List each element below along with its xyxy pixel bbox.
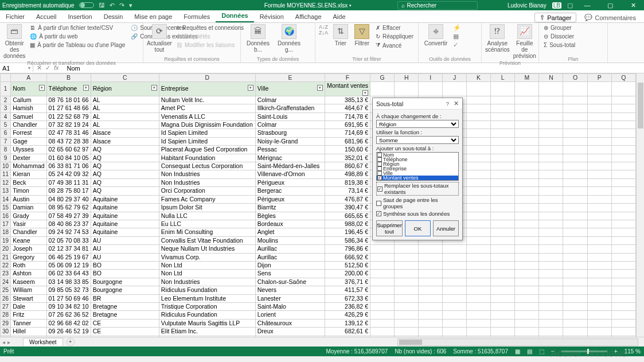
ungroup-button[interactable]: ⊖Dissocier bbox=[542, 33, 576, 40]
column-header[interactable]: M bbox=[515, 74, 539, 82]
cell[interactable]: Dale bbox=[11, 302, 46, 310]
cell[interactable]: 01 27 61 48 66 bbox=[46, 104, 91, 112]
forecast-sheet-button[interactable]: 📈Feuille de prévision bbox=[513, 24, 536, 59]
table-header-cell[interactable]: Entreprise▾ bbox=[159, 82, 255, 96]
ok-button[interactable]: OK bbox=[405, 220, 431, 236]
cell[interactable]: Aquitaine bbox=[91, 220, 159, 228]
cell[interactable]: 464,67 € bbox=[325, 104, 370, 112]
stock-type-button[interactable]: 🏛Données b... bbox=[244, 24, 272, 53]
row-header[interactable]: 13 bbox=[1, 187, 11, 195]
summary-below-checkbox[interactable]: ✓Synthèse sous les données bbox=[376, 211, 459, 217]
cell[interactable]: Venenatis A LLC bbox=[159, 112, 255, 120]
row-header[interactable]: 8 bbox=[1, 146, 11, 154]
cell[interactable]: 860,67 € bbox=[325, 162, 370, 170]
cell[interactable]: 05 24 42 09 32 bbox=[46, 170, 91, 178]
cell[interactable]: Vulputate Mauris Sagittis LLP bbox=[159, 319, 255, 327]
cell[interactable]: 390,47 € bbox=[325, 204, 370, 212]
cell[interactable]: AU bbox=[91, 253, 159, 261]
cell[interactable]: 376,71 € bbox=[325, 278, 370, 286]
column-header[interactable]: I bbox=[419, 74, 443, 82]
cell[interactable]: AQ bbox=[91, 162, 159, 170]
refresh-all-button[interactable]: ⟳Actualiser tout bbox=[147, 24, 172, 53]
row-header[interactable]: 26 bbox=[1, 294, 11, 302]
cell[interactable]: Grady bbox=[11, 212, 46, 220]
cell[interactable]: Leo Elementum Institute bbox=[159, 294, 255, 302]
remove-all-button[interactable]: Supprimer tout bbox=[376, 220, 403, 236]
filter-dropdown-icon[interactable]: ▾ bbox=[39, 85, 45, 91]
cell[interactable]: Aurillac bbox=[255, 245, 325, 253]
cell[interactable]: Habitant Foundation bbox=[159, 154, 255, 162]
column-header[interactable]: F bbox=[325, 74, 370, 82]
zoom-out-button[interactable]: − bbox=[551, 348, 555, 355]
cell[interactable]: 200,00 € bbox=[325, 270, 370, 278]
cell[interactable]: Colmar bbox=[255, 121, 325, 129]
cell[interactable]: AL bbox=[91, 96, 159, 104]
cell[interactable]: Moulins bbox=[255, 236, 325, 244]
tab-revision[interactable]: Révision bbox=[254, 11, 290, 22]
text-to-columns-button[interactable]: ⎆Convertir bbox=[422, 24, 450, 46]
cell[interactable]: Hamish bbox=[11, 104, 46, 112]
table-header-cell[interactable]: Montant ventes▾ bbox=[325, 82, 370, 96]
row-header[interactable]: 12 bbox=[1, 178, 11, 186]
row-header[interactable]: 7 bbox=[1, 137, 11, 145]
cell[interactable]: Strasbourg bbox=[255, 129, 325, 137]
cell[interactable]: AU bbox=[91, 236, 159, 244]
view-break-icon[interactable]: ⬚ bbox=[539, 348, 544, 355]
cell[interactable]: Non Industries bbox=[159, 170, 255, 178]
close-icon[interactable]: ✕ bbox=[454, 100, 459, 107]
cell[interactable]: 06 46 25 19 67 bbox=[46, 253, 91, 261]
cell[interactable]: Châteauroux bbox=[255, 319, 325, 327]
view-normal-icon[interactable]: ▦ bbox=[515, 348, 520, 355]
cell[interactable]: 352,01 € bbox=[325, 154, 370, 162]
cell[interactable]: AQ bbox=[91, 146, 159, 154]
at-each-change-select[interactable]: Région bbox=[376, 120, 459, 128]
cell[interactable]: Placerat Augue Sed Corporation bbox=[159, 146, 255, 154]
cell[interactable]: Ashton bbox=[11, 270, 46, 278]
cell[interactable]: 07 32 82 19 24 bbox=[46, 121, 91, 129]
cell[interactable]: Non Industries bbox=[159, 278, 255, 286]
cell[interactable]: Beck bbox=[11, 178, 46, 186]
cell[interactable]: 819,38 € bbox=[325, 178, 370, 186]
cell[interactable]: Consequat Lectus Corporation bbox=[159, 162, 255, 170]
close-window-button[interactable]: ✕ bbox=[625, 2, 642, 9]
cell[interactable]: 02 47 78 31 46 bbox=[46, 129, 91, 137]
cell[interactable]: Nulla LLC bbox=[159, 212, 255, 220]
cell[interactable]: 02 65 60 62 97 bbox=[46, 146, 91, 154]
cell[interactable]: Mohammad bbox=[11, 162, 46, 170]
cell[interactable]: Roth bbox=[11, 261, 46, 269]
cell[interactable]: Alsace bbox=[91, 137, 159, 145]
tab-insertion[interactable]: Insertion bbox=[62, 11, 97, 22]
cell[interactable]: 672,33 € bbox=[325, 294, 370, 302]
cell[interactable]: 714,69 € bbox=[325, 129, 370, 137]
cell[interactable]: 08 95 62 79 62 bbox=[46, 204, 91, 212]
cell[interactable]: Orci Corporation bbox=[159, 187, 255, 195]
cell[interactable]: Kaseem bbox=[11, 278, 46, 286]
row-header[interactable]: 14 bbox=[1, 195, 11, 203]
data-validation-icon[interactable]: ✓ bbox=[453, 41, 461, 49]
cell[interactable]: Elit Etiam Inc. bbox=[159, 328, 255, 336]
cell[interactable]: 236,82 € bbox=[325, 302, 370, 310]
cell[interactable]: Amet PC bbox=[159, 104, 255, 112]
cell[interactable]: Timon bbox=[11, 187, 46, 195]
autosave-toggle[interactable] bbox=[79, 2, 94, 8]
tab-fichier[interactable]: Fichier bbox=[0, 11, 30, 22]
grid[interactable]: ABCDEFGHIJKLMNOPQ1Nom▾Téléphone▾Région▾E… bbox=[0, 73, 636, 337]
cell[interactable]: 476,87 € bbox=[325, 195, 370, 203]
group-button[interactable]: ⊕Grouper bbox=[542, 24, 576, 32]
cell[interactable]: Biarritz bbox=[255, 204, 325, 212]
cell[interactable]: 139,12 € bbox=[325, 319, 370, 327]
row-header[interactable]: 20 bbox=[1, 245, 11, 253]
cell[interactable]: Saint-Malo bbox=[255, 302, 325, 310]
table-header-cell[interactable]: Ville▾ bbox=[255, 82, 325, 96]
cell[interactable]: Forrest bbox=[11, 129, 46, 137]
sheet-nav-left-icon[interactable]: ◂ bbox=[2, 339, 5, 345]
tab-mise-en-page[interactable]: Mise en page bbox=[128, 11, 178, 22]
cell[interactable]: Tanner bbox=[11, 319, 46, 327]
cell[interactable]: Aquitaine bbox=[91, 204, 159, 212]
cell[interactable]: 426,29 € bbox=[325, 311, 370, 319]
row-header[interactable]: 25 bbox=[1, 286, 11, 294]
cell[interactable]: Saint-Louis bbox=[255, 112, 325, 120]
row-header[interactable]: 6 bbox=[1, 129, 11, 137]
subtotal-button[interactable]: ΣSous-total bbox=[542, 41, 576, 49]
filter-dropdown-icon[interactable]: ▾ bbox=[362, 90, 368, 96]
